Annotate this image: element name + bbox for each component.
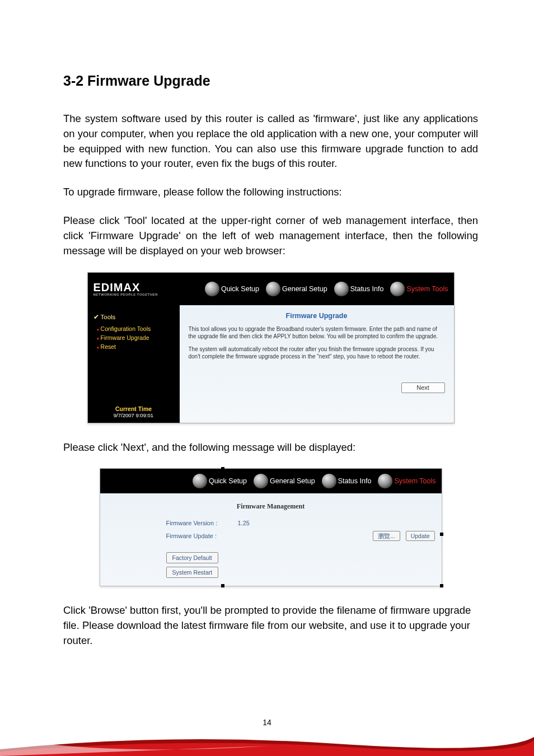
crop-mark-icon [221, 467, 224, 470]
logo-subtitle: NETWORKING PEOPLE TOGETHER [93, 293, 158, 296]
browse-button[interactable]: 瀏覽... [373, 531, 400, 541]
orb-icon [390, 282, 405, 296]
crop-mark-icon [221, 584, 224, 587]
paragraph-2: To upgrade firmware, please follow the f… [63, 185, 478, 200]
nav-status-info[interactable]: Status Info [334, 282, 384, 296]
current-time-block: Current Time 9/7/2007 9:09:01 [93, 383, 174, 418]
row-firmware-update: Firmware Update : 瀏覽... Update [107, 529, 435, 543]
pane-title: Firmware Management [107, 502, 435, 511]
nav-general-setup[interactable]: General Setup [266, 282, 327, 296]
crop-mark-icon [440, 533, 443, 536]
nav-label: Quick Setup [221, 285, 259, 293]
orb-icon [378, 474, 392, 488]
sidebar-item-configuration-tools[interactable]: Configuration Tools [97, 324, 174, 333]
footer-decoration [0, 727, 534, 756]
orb-icon [334, 282, 349, 296]
router-screenshot-firmware-management: Quick Setup General Setup Status Info Sy… [100, 468, 442, 586]
orb-icon [322, 474, 336, 488]
update-button[interactable]: Update [406, 531, 435, 541]
firmware-update-label: Firmware Update : [166, 533, 232, 539]
router-header: Quick Setup General Setup Status Info Sy… [100, 469, 442, 493]
nav-quick-setup[interactable]: Quick Setup [205, 282, 259, 296]
top-nav: Quick Setup General Setup Status Info Sy… [193, 474, 436, 488]
logo-text: EDIMAX [93, 282, 158, 293]
current-time-label: Current Time [93, 405, 174, 412]
content-pane: Firmware Upgrade This tool allows you to… [180, 305, 454, 423]
router-header: EDIMAX NETWORKING PEOPLE TOGETHER Quick … [88, 273, 454, 305]
pane-title: Firmware Upgrade [189, 312, 445, 320]
firmware-version-value: 1.25 [238, 520, 250, 526]
pane-paragraph-2: The system will automatically reboot the… [189, 346, 445, 360]
nav-label: General Setup [282, 285, 327, 293]
sidebar-header-tools[interactable]: ✔ Tools [93, 313, 174, 321]
nav-label: System Tools [406, 285, 448, 293]
nav-label: Status Info [350, 285, 384, 293]
sidebar: ✔ Tools Configuration Tools Firmware Upg… [88, 305, 180, 423]
sidebar-item-firmware-upgrade[interactable]: Firmware Upgrade [97, 333, 174, 342]
nav-label: Status Info [338, 477, 372, 485]
orb-icon [266, 282, 280, 296]
router-screenshot-firmware-upgrade: EDIMAX NETWORKING PEOPLE TOGETHER Quick … [87, 272, 455, 423]
orb-icon [254, 474, 268, 488]
system-restart-button[interactable]: System Restart [166, 567, 219, 578]
paragraph-4: Please click 'Next', and the following m… [63, 440, 478, 455]
page-number: 14 [0, 718, 534, 727]
pane-paragraph-1: This tool allows you to upgrade the Broa… [189, 325, 445, 340]
row-firmware-version: Firmware Version : 1.25 [107, 517, 435, 529]
factory-default-button[interactable]: Factory Default [166, 552, 218, 563]
nav-quick-setup[interactable]: Quick Setup [193, 474, 247, 488]
current-time-value: 9/7/2007 9:09:01 [93, 412, 174, 418]
nav-label: Quick Setup [209, 477, 247, 485]
paragraph-5: Click 'Browse' button first, you'll be p… [63, 603, 478, 648]
orb-icon [193, 474, 207, 488]
nav-label: General Setup [270, 477, 315, 485]
section-heading: 3-2 Firmware Upgrade [63, 73, 478, 89]
paragraph-3: Please click 'Tool' located at the upper… [63, 213, 478, 258]
nav-general-setup[interactable]: General Setup [254, 474, 315, 488]
nav-system-tools[interactable]: System Tools [378, 474, 435, 488]
nav-system-tools[interactable]: System Tools [390, 282, 448, 296]
sidebar-list: Configuration Tools Firmware Upgrade Res… [93, 324, 174, 351]
edimax-logo: EDIMAX NETWORKING PEOPLE TOGETHER [93, 282, 158, 296]
nav-label: System Tools [394, 477, 435, 485]
orb-icon [205, 282, 219, 296]
sidebar-item-reset[interactable]: Reset [97, 342, 174, 351]
crop-mark-icon [440, 584, 443, 587]
nav-status-info[interactable]: Status Info [322, 474, 372, 488]
paragraph-1: The system software used by this router … [63, 111, 478, 171]
firmware-version-label: Firmware Version : [166, 520, 232, 526]
top-nav: Quick Setup General Setup Status Info Sy… [205, 282, 448, 296]
next-button[interactable]: Next [401, 382, 445, 393]
